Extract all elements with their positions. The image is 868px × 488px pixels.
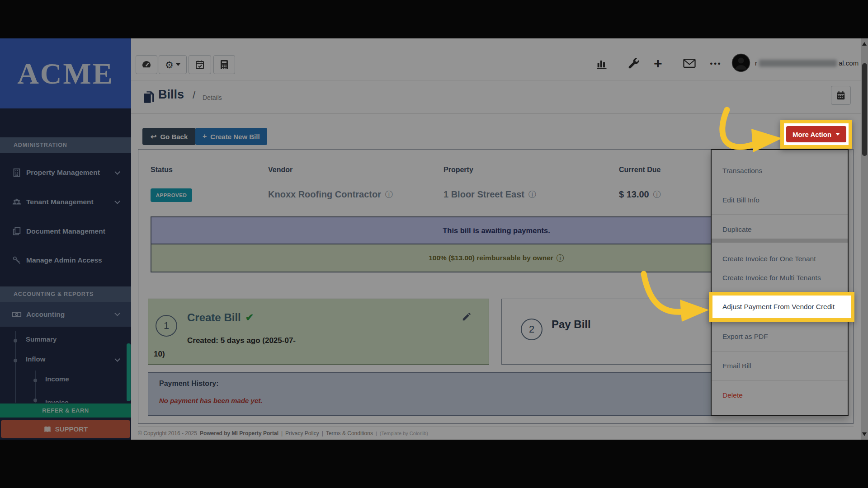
scroll-up-arrow[interactable] <box>862 42 867 46</box>
users-icon <box>12 197 22 207</box>
scrollbar-thumb[interactable] <box>862 63 867 156</box>
payment-history-empty-message: No payment has been made yet. <box>159 397 262 404</box>
refer-and-earn-button[interactable]: REFER & EARN <box>0 404 131 418</box>
caret-down-icon <box>176 63 180 66</box>
top-black-bar <box>0 0 868 38</box>
sidebar-item-document-management[interactable]: Document Management <box>0 219 131 244</box>
info-icon[interactable]: ⓘ <box>653 189 661 200</box>
menu-item-transactions[interactable]: Transactions <box>722 166 844 176</box>
property-value: 1 Bloor Street East ⓘ <box>443 189 536 200</box>
sidebar-item-accounting[interactable]: Accounting <box>0 302 131 327</box>
menu-item-duplicate[interactable]: Duplicate <box>722 225 844 235</box>
footer-template-credit: (Template by Colorlib) <box>380 431 428 436</box>
sidebar-item-inflow[interactable]: Inflow <box>26 355 45 363</box>
footer-powered-by: Powered by MI Property Portal <box>200 430 278 436</box>
sidebar-scroll-region: ACME ADMINISTRATION Property Management … <box>0 38 131 403</box>
sidebar-item-clipped[interactable]: Invoice <box>45 399 69 403</box>
go-back-label: Go Back <box>160 133 188 141</box>
info-icon[interactable]: ⓘ <box>385 189 393 200</box>
user-menu[interactable]: r al.com <box>755 59 866 67</box>
sidebar-item-label: Tenant Management <box>26 198 94 206</box>
tree-dot <box>14 359 17 362</box>
dashboard-button[interactable] <box>136 55 157 74</box>
scroll-down-arrow[interactable] <box>862 432 867 436</box>
gear-icon: ⚙ <box>165 60 174 70</box>
plus-icon: + <box>203 132 207 141</box>
sidebar-item-tenant-management[interactable]: Tenant Management <box>0 189 131 215</box>
ellipsis-icon: ●●● <box>710 61 722 66</box>
footer-copyright: © Copyright 2016 - 2025 <box>138 430 197 436</box>
create-new-bill-button[interactable]: + Create New Bill <box>195 128 267 145</box>
status-badge: APPROVED <box>151 188 192 202</box>
plus-icon: + <box>654 55 662 71</box>
sidebar-item-property-management[interactable]: Property Management <box>0 160 131 185</box>
check-icon: ✔ <box>245 312 254 324</box>
logo[interactable]: ACME <box>0 38 131 108</box>
menu-divider <box>712 185 848 185</box>
quick-add-button[interactable]: + <box>654 57 662 69</box>
sidebar-item-summary[interactable]: Summary <box>26 335 57 343</box>
chevron-down-icon <box>114 310 120 316</box>
menu-item-create-invoice-one-tenant[interactable]: Create Invoice for One Tenant <box>722 254 844 264</box>
breadcrumb-page: Details <box>203 94 222 101</box>
tree-dot <box>33 399 37 402</box>
calendar-check-button[interactable] <box>189 55 211 74</box>
current-due-value: $ 13.00 ⓘ <box>619 189 661 200</box>
user-email-prefix: r <box>755 59 757 67</box>
adjust-payment-highlight[interactable]: Adjust Payment From Vendor Credit <box>709 292 854 322</box>
reimbursable-text: 100% ($13.00) reimbursable by owner <box>429 254 553 262</box>
menu-item-create-invoice-multi-tenants[interactable]: Create Invoice for Multi Tenants <box>722 273 844 283</box>
go-back-button[interactable]: ↩ Go Back <box>142 128 196 145</box>
tools-button[interactable] <box>627 57 640 72</box>
sidebar-item-label: Accounting <box>26 310 65 319</box>
refer-label: REFER & EARN <box>42 407 89 414</box>
current-due-label: Current Due <box>619 166 660 174</box>
date-range-button[interactable] <box>831 86 851 105</box>
pencil-icon[interactable] <box>462 312 472 322</box>
sidebar-item-label: Document Management <box>26 227 105 235</box>
messages-button[interactable] <box>683 57 696 71</box>
payment-history-title: Payment History: <box>159 380 219 388</box>
footer-separator: | <box>281 430 283 436</box>
more-action-button[interactable]: More Action <box>786 126 846 142</box>
menu-item-edit-bill-info[interactable]: Edit Bill Info <box>722 195 844 205</box>
footer-privacy-link[interactable]: Privacy Policy <box>285 430 319 436</box>
bar-chart-icon <box>595 57 609 70</box>
sidebar-item-manage-admin-access[interactable]: Manage Admin Access <box>0 248 131 273</box>
sidebar-scrollbar-thumb[interactable] <box>127 343 131 401</box>
reports-chart-button[interactable] <box>595 57 609 72</box>
tree-dot <box>33 379 37 382</box>
step-create-bill-card: 1 Create Bill ✔ Created: 5 days ago (202… <box>148 299 489 365</box>
tree-line <box>35 371 36 403</box>
breadcrumb-section[interactable]: Bills <box>158 88 184 102</box>
avatar[interactable] <box>731 53 750 72</box>
more-menu-button[interactable]: ●●● <box>710 57 722 69</box>
support-label: SUPPORT <box>55 425 88 433</box>
sidebar-section-administration: ADMINISTRATION <box>0 137 131 153</box>
info-icon[interactable]: ⓘ <box>557 253 564 263</box>
menu-item-export-as-pdf[interactable]: Export as PDF <box>722 332 844 342</box>
sidebar-item-income[interactable]: Income <box>45 375 69 383</box>
settings-button[interactable]: ⚙ <box>159 55 187 74</box>
reply-icon: ↩ <box>151 132 156 141</box>
menu-divider <box>712 214 848 215</box>
awaiting-payments-text: This bill is awaiting payments. <box>443 226 550 235</box>
menu-item-delete[interactable]: Delete <box>722 390 844 400</box>
menu-item-email-bill[interactable]: Email Bill <box>722 361 844 371</box>
support-button[interactable]: SUPPORT <box>1 420 130 438</box>
vendor-label: Vendor <box>268 166 292 174</box>
calculator-button[interactable] <box>213 55 235 74</box>
screen: ACME ADMINISTRATION Property Management … <box>0 0 868 488</box>
page-scrollbar[interactable] <box>861 38 868 440</box>
step-title-text: Create Bill <box>187 311 241 324</box>
sidebar: ACME ADMINISTRATION Property Management … <box>0 38 131 440</box>
info-icon[interactable]: ⓘ <box>528 189 536 200</box>
bottom-black-bar <box>0 440 868 488</box>
menu-item-adjust-payment-from-vendor-credit[interactable]: Adjust Payment From Vendor Credit <box>722 303 835 311</box>
step-number: 1 <box>156 315 177 337</box>
money-icon <box>12 310 22 319</box>
sidebar-item-label: Property Management <box>26 169 100 177</box>
envelope-icon <box>683 57 696 69</box>
footer-terms-link[interactable]: Terms & Conditions <box>326 430 373 436</box>
create-new-bill-label: Create New Bill <box>210 133 259 141</box>
